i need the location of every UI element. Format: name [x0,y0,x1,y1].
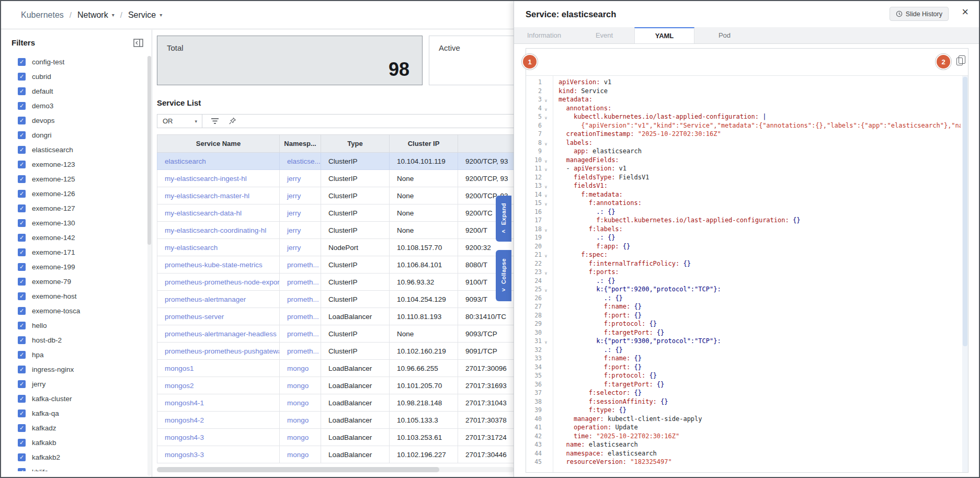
checkbox-checked-icon[interactable]: ✓ [18,146,26,154]
checkbox-checked-icon[interactable]: ✓ [18,395,26,403]
service-name-link[interactable]: my-elasticsearch-coordinating-hl [165,226,266,234]
filter-item[interactable]: ✓kafkakb2 [1,450,152,464]
checkbox-checked-icon[interactable]: ✓ [18,102,26,110]
filters-scrollbar[interactable] [147,56,151,476]
service-name-link[interactable]: prometheus-alertmanager-headless [165,330,277,338]
filter-item[interactable]: ✓exemone-tosca [1,303,152,318]
namespace-link[interactable]: jerry [287,192,301,200]
checkbox-checked-icon[interactable]: ✓ [18,336,26,344]
service-name-link[interactable]: my-elasticsearch-data-hl [165,209,242,217]
breadcrumb-menu-network[interactable]: Network ▾ [77,10,115,20]
filter-item[interactable]: ✓kafka-cluster [1,391,152,406]
namespace-link[interactable]: prometh... [287,313,319,321]
checkbox-checked-icon[interactable]: ✓ [18,73,26,81]
service-name-link[interactable]: prometheus-prometheus-pushgateway [165,347,280,355]
tab-yaml[interactable]: YAML [634,27,694,43]
yaml-editor-body[interactable]: 123∨4∨5∨678∨910∨11∨1213∨14∨15∨161718∨192… [526,76,968,472]
slide-history-button[interactable]: Slide History [890,7,949,21]
tab-pod[interactable]: Pod [694,27,755,43]
checkbox-checked-icon[interactable]: ✓ [18,292,26,300]
namespace-link[interactable]: mongo [287,416,309,424]
filter-item[interactable]: ✓jerry [1,377,152,391]
filter-item[interactable]: ✓cubrid [1,69,152,84]
namespace-link[interactable]: mongo [287,451,309,459]
expand-button[interactable]: Expand < [496,196,511,242]
namespace-link[interactable]: jerry [287,244,301,252]
service-name-link[interactable]: prometheus-prometheus-node-exporter [165,278,280,286]
filter-item[interactable]: ✓hello [1,318,152,333]
column-header[interactable]: Namesp... [280,135,321,153]
namespace-link[interactable]: jerry [287,209,301,217]
filter-item[interactable]: ✓kblife [1,464,152,471]
filter-item[interactable]: ✓exemone-127 [1,201,152,215]
filter-item[interactable]: ✓exemone-host [1,289,152,303]
filter-item[interactable]: ✓exemone-79 [1,274,152,289]
checkbox-checked-icon[interactable]: ✓ [18,263,26,271]
service-name-link[interactable]: mongos2 [165,382,194,390]
service-name-link[interactable]: mongosh3-3 [165,451,204,459]
total-card[interactable]: Total 98 [157,36,423,85]
checkbox-checked-icon[interactable]: ✓ [18,453,26,461]
column-header[interactable]: Type [321,135,390,153]
filter-item[interactable]: ✓exemone-199 [1,259,152,274]
checkbox-checked-icon[interactable]: ✓ [18,307,26,315]
checkbox-checked-icon[interactable]: ✓ [18,58,26,66]
namespace-link[interactable]: elasticse... [287,157,321,165]
namespace-link[interactable]: prometh... [287,295,319,303]
copy-icon[interactable] [956,58,963,65]
checkbox-checked-icon[interactable]: ✓ [18,322,26,329]
checkbox-checked-icon[interactable]: ✓ [18,248,26,256]
service-name-link[interactable]: my-elasticsearch [165,244,218,252]
table-horizontal-scrollbar[interactable] [157,467,514,472]
namespace-link[interactable]: prometh... [287,261,319,269]
service-name-link[interactable]: mongosh4-2 [165,416,204,424]
checkbox-checked-icon[interactable]: ✓ [18,219,26,227]
filter-item[interactable]: ✓ingress-nginx [1,362,152,377]
service-name-link[interactable]: my-elasticsearch-master-hl [165,192,249,200]
close-icon[interactable]: × [962,6,968,18]
yaml-code[interactable]: apiVersion: v1kind: Servicemetadata: ann… [553,76,968,472]
filter-item[interactable]: ✓exemone-142 [1,230,152,245]
checkbox-checked-icon[interactable]: ✓ [18,131,26,139]
checkbox-checked-icon[interactable]: ✓ [18,278,26,286]
namespace-link[interactable]: prometh... [287,278,319,286]
scrollbar-thumb[interactable] [157,467,439,472]
namespace-link[interactable]: mongo [287,365,309,372]
column-header[interactable]: Service Name [157,135,280,153]
filter-item[interactable]: ✓exemone-123 [1,157,152,172]
collapse-panel-icon[interactable] [133,39,143,47]
pin-icon[interactable] [229,117,236,125]
namespace-link[interactable]: jerry [287,226,301,234]
filter-item[interactable]: ✓exemone-126 [1,186,152,201]
checkbox-checked-icon[interactable]: ✓ [18,234,26,242]
filter-item[interactable]: ✓kafka-qa [1,406,152,420]
tab-event[interactable]: Event [574,27,634,43]
checkbox-checked-icon[interactable]: ✓ [18,380,26,388]
checkbox-checked-icon[interactable]: ✓ [18,366,26,373]
filter-item[interactable]: ✓exemone-125 [1,172,152,186]
filter-operator-select[interactable]: OR ▾ [157,115,202,128]
breadcrumb-root[interactable]: Kubernetes [21,10,64,20]
checkbox-checked-icon[interactable]: ✓ [18,190,26,198]
namespace-link[interactable]: prometh... [287,330,319,338]
filter-item[interactable]: ✓kafkakb [1,435,152,450]
filter-item[interactable]: ✓devops [1,113,152,128]
checkbox-checked-icon[interactable]: ✓ [18,175,26,183]
checkbox-checked-icon[interactable]: ✓ [18,204,26,212]
collapse-button[interactable]: Collapse > [496,250,511,301]
checkbox-checked-icon[interactable]: ✓ [18,161,26,168]
service-name-link[interactable]: prometheus-kube-state-metrics [165,261,263,269]
namespace-link[interactable]: prometh... [287,347,319,355]
checkbox-checked-icon[interactable]: ✓ [18,117,26,124]
breadcrumb-menu-service[interactable]: Service ▾ [128,10,162,20]
service-name-link[interactable]: mongos1 [165,365,194,372]
tab-information[interactable]: Information [514,27,574,43]
namespace-link[interactable]: mongo [287,399,309,407]
service-name-link[interactable]: mongosh4-3 [165,434,204,441]
namespace-link[interactable]: mongo [287,434,309,441]
filter-item[interactable]: ✓elasticsearch [1,142,152,157]
filter-item[interactable]: ✓default [1,84,152,98]
editor-vertical-scrollbar[interactable] [962,76,968,472]
filter-item[interactable]: ✓config-test [1,54,152,69]
service-name-link[interactable]: prometheus-server [165,313,224,321]
